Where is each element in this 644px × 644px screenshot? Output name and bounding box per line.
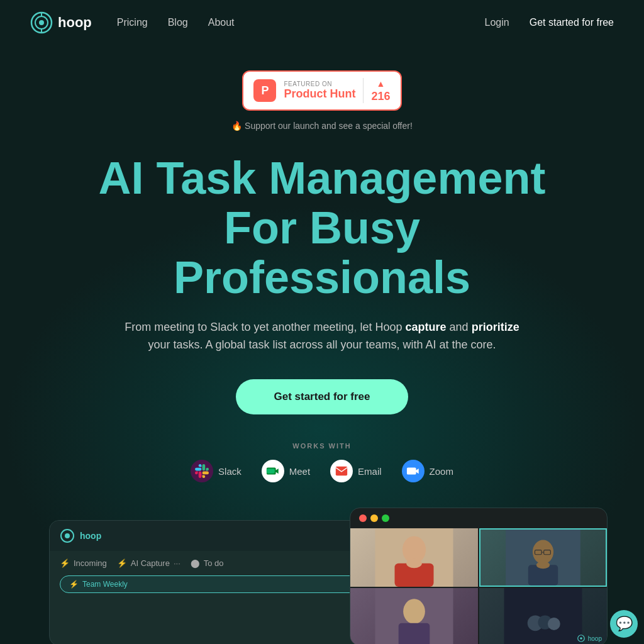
video-call-window: hoop bbox=[350, 508, 608, 644]
app-preview-section: hoop ⚡ Incoming ⚡ AI Capture ··· ⬤ To bbox=[30, 508, 614, 644]
subtitle-after: your tasks. A global task list across al… bbox=[148, 338, 496, 351]
incoming-column: ⚡ Incoming bbox=[60, 558, 107, 568]
nav-blog[interactable]: Blog bbox=[168, 17, 188, 28]
svg-point-20 bbox=[403, 599, 425, 625]
subtitle-prioritize: prioritize bbox=[472, 321, 519, 333]
logo-link[interactable]: hoop bbox=[30, 11, 92, 34]
slack-icon bbox=[191, 460, 213, 482]
login-link[interactable]: Login bbox=[485, 17, 509, 28]
svg-rect-21 bbox=[399, 623, 430, 644]
nav-about[interactable]: About bbox=[208, 17, 235, 28]
svg-point-7 bbox=[65, 533, 70, 538]
hoop-logo-icon bbox=[30, 11, 53, 34]
nav-get-started-link[interactable]: Get started for free bbox=[530, 17, 614, 28]
subtitle-before: From meeting to Slack to yet another mee… bbox=[125, 321, 405, 333]
video-grid: hoop bbox=[350, 528, 607, 644]
svg-point-11 bbox=[406, 559, 422, 569]
integration-email: Email bbox=[330, 460, 382, 482]
lightning-icon: ⚡ bbox=[60, 558, 70, 568]
subtitle-capture: capture bbox=[406, 321, 447, 333]
person-3-svg bbox=[350, 588, 478, 644]
ph-text-block: FEATURED ON Product Hunt bbox=[284, 80, 355, 101]
navbar: hoop Pricing Blog About Login Get starte… bbox=[0, 0, 644, 45]
integration-zoom: Zoom bbox=[402, 460, 453, 482]
todo-column: ⬤ To do bbox=[191, 558, 224, 568]
more-icon: ··· bbox=[174, 558, 180, 568]
ph-logo-icon: P bbox=[253, 79, 276, 102]
ph-vote-count: ▲ 216 bbox=[371, 79, 390, 103]
video-participant-4: hoop bbox=[479, 588, 607, 644]
hero-subtitle: From meeting to Slack to yet another mee… bbox=[121, 318, 523, 355]
ph-featured-on-label: FEATURED ON bbox=[284, 80, 331, 87]
hoop-watermark-icon bbox=[577, 634, 586, 643]
ph-arrow-icon: ▲ bbox=[377, 79, 386, 89]
person-1-svg bbox=[350, 528, 478, 587]
chat-bubble-button[interactable]: 💬 bbox=[610, 610, 614, 638]
email-icon bbox=[330, 460, 353, 482]
app-logo-small-icon bbox=[60, 528, 75, 543]
hero-section: P FEATURED ON Product Hunt ▲ 216 🔥 Suppo… bbox=[0, 45, 644, 644]
launch-support-text: 🔥 Support our launch and see a special o… bbox=[231, 121, 413, 131]
works-with-label: WORKS WITH bbox=[292, 442, 351, 450]
video-participant-3 bbox=[350, 588, 478, 644]
app-logo-label: hoop bbox=[80, 531, 101, 541]
get-started-button[interactable]: Get started for free bbox=[236, 379, 408, 414]
window-dot-green bbox=[382, 514, 389, 522]
person-2-svg bbox=[480, 530, 606, 586]
integration-slack: Slack bbox=[191, 460, 242, 482]
zoom-label: Zoom bbox=[430, 466, 453, 477]
works-with-section: WORKS WITH Slack bbox=[191, 442, 453, 482]
ph-divider bbox=[363, 78, 364, 103]
integrations-list: Slack Meet bbox=[191, 460, 453, 482]
subtitle-between: and bbox=[447, 321, 472, 333]
todo-label: To do bbox=[204, 558, 224, 568]
meet-label: Meet bbox=[289, 466, 310, 477]
svg-point-25 bbox=[548, 618, 560, 630]
video-window-header bbox=[350, 508, 607, 528]
ai-capture-column: ⚡ AI Capture ··· bbox=[117, 558, 180, 568]
ph-product-name: Product Hunt bbox=[284, 87, 355, 101]
window-dot-red bbox=[359, 514, 367, 522]
nav-pricing[interactable]: Pricing bbox=[117, 17, 148, 28]
nav-left: hoop Pricing Blog About bbox=[30, 11, 235, 34]
hoop-watermark: hoop bbox=[577, 634, 602, 643]
svg-point-15 bbox=[536, 562, 550, 569]
svg-point-2 bbox=[39, 20, 44, 25]
slack-label: Slack bbox=[218, 466, 242, 477]
meet-icon bbox=[262, 460, 284, 482]
hoop-watermark-text: hoop bbox=[588, 635, 602, 642]
video-participant-2 bbox=[479, 528, 607, 587]
team-weekly-label: Team Weekly bbox=[82, 580, 128, 589]
ai-icon: ⚡ bbox=[117, 558, 127, 568]
window-dot-yellow bbox=[370, 514, 378, 522]
incoming-label: Incoming bbox=[74, 558, 107, 568]
video-participant-1 bbox=[350, 528, 478, 587]
team-weekly-icon: ⚡ bbox=[69, 580, 79, 589]
todo-icon: ⬤ bbox=[191, 558, 200, 568]
hero-title: AI Task Management For Busy Professional… bbox=[70, 153, 574, 303]
logo-text: hoop bbox=[58, 14, 92, 31]
nav-links: Pricing Blog About bbox=[117, 17, 235, 28]
ai-capture-label: AI Capture bbox=[131, 558, 170, 568]
ph-number: 216 bbox=[371, 90, 390, 103]
svg-point-27 bbox=[580, 637, 582, 640]
integration-meet: Meet bbox=[262, 460, 310, 482]
nav-right: Login Get started for free bbox=[485, 17, 614, 28]
product-hunt-badge[interactable]: P FEATURED ON Product Hunt ▲ 216 bbox=[242, 70, 401, 111]
zoom-icon bbox=[402, 460, 425, 482]
email-label: Email bbox=[358, 466, 382, 477]
